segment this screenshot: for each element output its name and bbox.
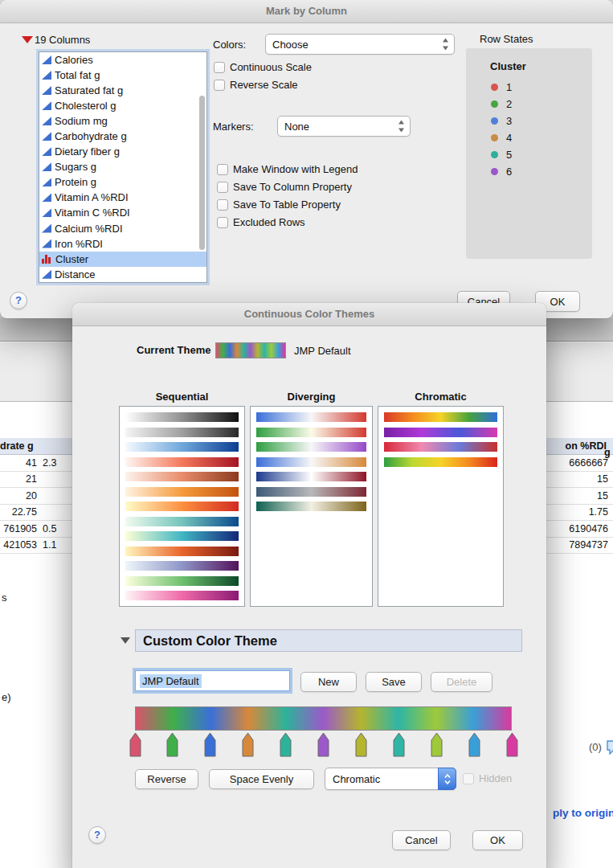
color-stop-marker[interactable] bbox=[317, 732, 329, 757]
apply-to-original-link[interactable]: ply to origin bbox=[553, 807, 613, 819]
hidden-checkbox[interactable]: Hidden bbox=[463, 772, 512, 784]
theme-name-value: JMP Default bbox=[140, 674, 202, 688]
color-stop-marker[interactable] bbox=[431, 732, 443, 757]
color-theme-swatch[interactable] bbox=[384, 428, 497, 437]
color-stop-marker[interactable] bbox=[129, 732, 141, 757]
column-item[interactable]: Cholesterol g bbox=[39, 98, 206, 113]
color-stop-marker[interactable] bbox=[242, 732, 254, 757]
column-item[interactable]: Calcium %RDI bbox=[39, 221, 206, 236]
row-states-title: Row States bbox=[480, 33, 533, 45]
columns-list[interactable]: CaloriesTotal fat gSaturated fat gCholes… bbox=[39, 51, 207, 283]
color-theme-swatch[interactable] bbox=[256, 457, 366, 467]
color-theme-swatch[interactable] bbox=[125, 517, 239, 526]
color-theme-swatch[interactable] bbox=[384, 412, 497, 422]
theme-type-select[interactable]: Chromatic bbox=[325, 768, 456, 790]
checkbox-box bbox=[463, 773, 474, 784]
row-state-item[interactable]: 6 bbox=[491, 163, 512, 180]
continuous-column-icon bbox=[42, 270, 51, 279]
color-stop-marker[interactable] bbox=[166, 732, 178, 757]
column-item[interactable]: Carbohydrate g bbox=[39, 129, 206, 144]
column-item[interactable]: Sugars g bbox=[39, 159, 206, 174]
red-triangle-menu-icon[interactable] bbox=[22, 36, 33, 43]
row-state-item[interactable]: 2 bbox=[491, 96, 512, 113]
color-theme-swatch[interactable] bbox=[125, 502, 239, 511]
save-button[interactable]: Save bbox=[366, 672, 422, 692]
color-theme-swatch[interactable] bbox=[384, 457, 497, 467]
color-theme-swatch[interactable] bbox=[256, 502, 366, 511]
bg-cell: 6666667 bbox=[546, 457, 613, 469]
color-theme-swatch[interactable] bbox=[125, 547, 239, 556]
sequential-panel[interactable] bbox=[119, 406, 245, 607]
color-stop-marker[interactable] bbox=[393, 732, 405, 757]
save-to-table-property-checkbox[interactable]: Save To Table Property bbox=[217, 199, 341, 211]
column-label: Distance bbox=[55, 268, 96, 280]
space-evenly-button[interactable]: Space Evenly bbox=[209, 769, 314, 789]
new-button[interactable]: New bbox=[300, 672, 357, 692]
color-stop-marker[interactable] bbox=[468, 732, 480, 757]
disclosure-triangle-icon[interactable] bbox=[121, 637, 130, 644]
column-item[interactable]: Vitamin A %RDI bbox=[39, 190, 206, 205]
color-theme-swatch[interactable] bbox=[125, 457, 239, 467]
theme-dialog-titlebar[interactable]: Continuous Color Themes bbox=[72, 303, 546, 326]
color-theme-swatch[interactable] bbox=[125, 576, 239, 586]
color-theme-swatch[interactable] bbox=[125, 487, 239, 497]
bg-cell: 22.75 bbox=[0, 506, 37, 518]
save-to-column-property-checkbox[interactable]: Save To Column Property bbox=[217, 181, 352, 193]
column-item[interactable]: Protein g bbox=[39, 174, 206, 190]
color-theme-swatch[interactable] bbox=[256, 472, 366, 481]
color-theme-swatch[interactable] bbox=[384, 442, 497, 452]
mark-dialog-title: Mark by Column bbox=[266, 5, 347, 17]
reverse-scale-checkbox[interactable]: Reverse Scale bbox=[214, 79, 298, 91]
chromatic-panel[interactable] bbox=[378, 406, 504, 607]
bg-table-row: 4210531.1 bbox=[0, 538, 72, 555]
markers-dropdown[interactable]: None bbox=[277, 116, 411, 137]
gradient-bar[interactable] bbox=[135, 706, 512, 731]
column-item[interactable]: Sodium mg bbox=[39, 113, 206, 129]
colors-dropdown[interactable]: Choose bbox=[265, 34, 455, 55]
help-button[interactable]: ? bbox=[10, 292, 27, 309]
excluded-rows-checkbox[interactable]: Excluded Rows bbox=[217, 216, 305, 228]
color-theme-swatch[interactable] bbox=[125, 442, 239, 452]
column-item[interactable]: Distance bbox=[39, 267, 206, 282]
column-item[interactable]: Vitamin C %RDI bbox=[39, 205, 206, 220]
comment-count[interactable]: (0) bbox=[589, 739, 613, 755]
diverging-panel[interactable] bbox=[250, 406, 373, 607]
color-stop-marker[interactable] bbox=[280, 732, 292, 757]
column-item[interactable]: Dietary fiber g bbox=[39, 144, 206, 159]
color-stop-marker[interactable] bbox=[506, 732, 518, 757]
theme-cancel-button[interactable]: Cancel bbox=[392, 830, 451, 850]
color-theme-swatch[interactable] bbox=[125, 591, 239, 600]
theme-ok-button[interactable]: OK bbox=[472, 830, 523, 850]
color-theme-swatch[interactable] bbox=[125, 428, 239, 437]
theme-name-input[interactable]: JMP Default bbox=[135, 670, 290, 691]
column-item[interactable]: Total fat g bbox=[39, 68, 206, 83]
color-theme-swatch[interactable] bbox=[256, 412, 366, 422]
column-item[interactable]: Calories bbox=[39, 52, 206, 68]
color-theme-swatch[interactable] bbox=[125, 561, 239, 571]
reverse-button[interactable]: Reverse bbox=[135, 769, 198, 789]
color-theme-swatch[interactable] bbox=[125, 412, 239, 422]
color-theme-swatch[interactable] bbox=[256, 487, 366, 497]
color-theme-swatch[interactable] bbox=[256, 428, 366, 437]
color-theme-swatch[interactable] bbox=[125, 531, 239, 541]
continuous-scale-checkbox[interactable]: Continuous Scale bbox=[214, 61, 312, 73]
color-stop-marker[interactable] bbox=[204, 732, 216, 757]
column-item[interactable]: Cluster bbox=[39, 252, 206, 267]
delete-button[interactable]: Delete bbox=[431, 672, 492, 692]
help-button[interactable]: ? bbox=[88, 826, 106, 844]
column-item[interactable]: Saturated fat g bbox=[39, 83, 206, 98]
row-states-cluster-label: Cluster bbox=[490, 60, 526, 72]
list-scrollbar[interactable] bbox=[199, 96, 205, 250]
column-label: Dietary fiber g bbox=[55, 145, 120, 158]
color-stop-marker[interactable] bbox=[355, 732, 367, 757]
mark-dialog-titlebar[interactable]: Mark by Column bbox=[0, 0, 613, 23]
column-item[interactable]: Iron %RDI bbox=[39, 236, 206, 252]
row-state-item[interactable]: 4 bbox=[491, 129, 512, 146]
row-state-item[interactable]: 5 bbox=[491, 146, 512, 163]
color-theme-swatch[interactable] bbox=[256, 442, 366, 452]
row-state-item[interactable]: 3 bbox=[491, 113, 512, 129]
updown-arrows-icon bbox=[442, 39, 449, 51]
row-state-item[interactable]: 1 bbox=[491, 79, 512, 96]
color-theme-swatch[interactable] bbox=[125, 472, 239, 481]
make-window-with-legend-checkbox[interactable]: Make Window with Legend bbox=[217, 163, 358, 175]
